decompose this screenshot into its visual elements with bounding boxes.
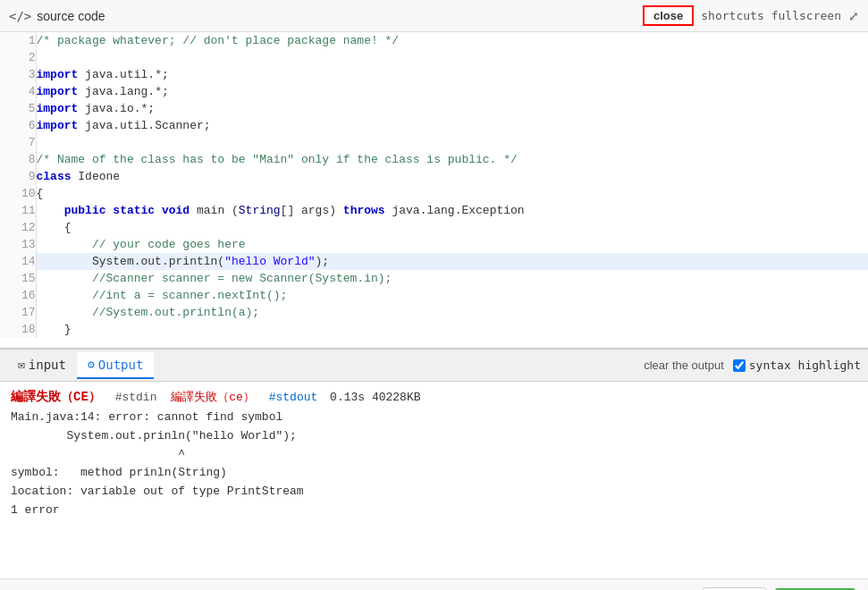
fullscreen-icon[interactable]: ⤢ [848, 9, 859, 23]
tab-output[interactable]: ⚙ Output [77, 352, 154, 379]
line-number: 6 [0, 117, 36, 134]
line-number: 14 [0, 253, 36, 270]
line-number: 15 [0, 270, 36, 287]
line-number: 8 [0, 151, 36, 168]
ce-label: 編譯失敗（CE） [11, 390, 101, 404]
line-number: 10 [0, 185, 36, 202]
line-code: import java.lang.*; [36, 83, 868, 100]
line-code: //System.out.println(a); [36, 304, 868, 321]
line-code: import java.util.Scanner; [36, 117, 868, 134]
input-tab-label: input [29, 358, 66, 372]
tab-input[interactable]: ✉ input [7, 352, 77, 379]
line-code: import java.util.*; [36, 66, 868, 83]
code-editor[interactable]: 1/* package whatever; // don't place pac… [0, 32, 868, 350]
code-table: 1/* package whatever; // don't place pac… [0, 32, 868, 338]
input-tab-icon: ✉ [18, 358, 25, 371]
line-code: class Ideone [36, 168, 868, 185]
ce-label2: 編譯失敗（ce） [171, 391, 255, 404]
syntax-highlight-label[interactable]: syntax highlight [733, 358, 861, 372]
tab-right-actions: clear the output syntax highlight [644, 358, 861, 372]
line-code [36, 49, 868, 66]
editor-header: </> source code close shortcuts fullscre… [0, 0, 868, 32]
stdout-label: #stdout [269, 391, 318, 404]
syntax-highlight-checkbox[interactable] [733, 359, 746, 372]
line-number: 2 [0, 49, 36, 66]
shortcuts-link[interactable]: shortcuts [701, 9, 763, 22]
line-number: 17 [0, 304, 36, 321]
line-code: { [36, 219, 868, 236]
line-code: // your code goes here [36, 236, 868, 253]
output-text: Main.java:14: error: cannot find symbol … [11, 409, 857, 520]
output-status-line: 編譯失敗（CE） #stdin 編譯失敗（ce） #stdout 0.13s 4… [11, 389, 857, 405]
tabs-bar: ✉ input ⚙ Output clear the output syntax… [0, 350, 868, 382]
line-code [36, 134, 868, 151]
line-number: 4 [0, 83, 36, 100]
line-code: System.out.println("hello World"); [36, 253, 868, 270]
fullscreen-link[interactable]: fullscreen [771, 9, 841, 22]
output-tab-icon: ⚙ [88, 358, 95, 371]
stdin-label: #stdin [115, 391, 157, 404]
line-code: public static void main (String[] args) … [36, 202, 868, 219]
syntax-highlight-text: syntax highlight [749, 358, 861, 372]
footer: save submit [0, 578, 868, 590]
line-number: 1 [0, 32, 36, 49]
line-code: //Scanner scanner = new Scanner(System.i… [36, 270, 868, 287]
header-title: source code [37, 9, 105, 23]
line-code: } [36, 321, 868, 338]
line-code: { [36, 185, 868, 202]
line-number: 5 [0, 100, 36, 117]
line-number: 13 [0, 236, 36, 253]
line-code: /* package whatever; // don't place pack… [36, 32, 868, 49]
header-title-area: </> source code [9, 9, 105, 23]
line-number: 12 [0, 219, 36, 236]
line-number: 16 [0, 287, 36, 304]
line-number: 9 [0, 168, 36, 185]
line-number: 3 [0, 66, 36, 83]
close-button[interactable]: close [643, 5, 694, 26]
output-panel: 編譯失敗（CE） #stdin 編譯失敗（ce） #stdout 0.13s 4… [0, 382, 868, 578]
output-tab-label: Output [98, 358, 144, 372]
line-code: /* Name of the class has to be "Main" on… [36, 151, 868, 168]
clear-output-button[interactable]: clear the output [644, 358, 724, 372]
line-code: import java.io.*; [36, 100, 868, 117]
line-code: //int a = scanner.nextInt(); [36, 287, 868, 304]
source-code-icon: </> [9, 9, 31, 23]
line-number: 18 [0, 321, 36, 338]
header-actions: close shortcuts fullscreen ⤢ [643, 5, 859, 26]
line-number: 7 [0, 134, 36, 151]
output-stats: 0.13s 40228KB [330, 391, 420, 404]
line-number: 11 [0, 202, 36, 219]
